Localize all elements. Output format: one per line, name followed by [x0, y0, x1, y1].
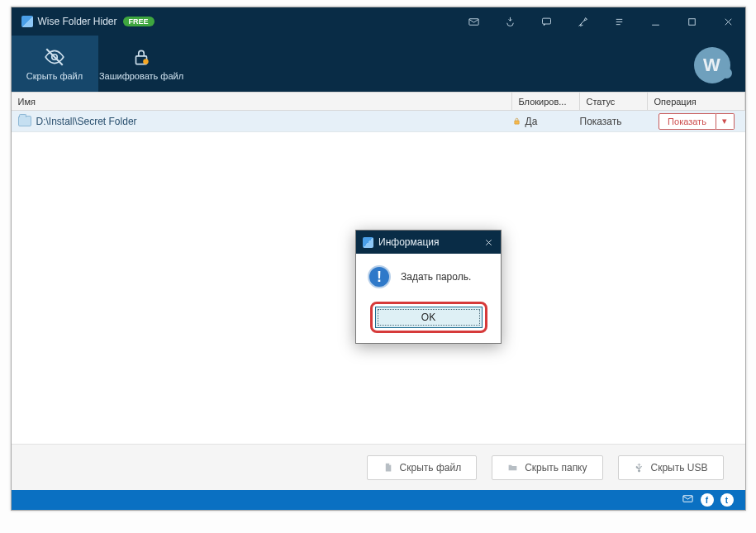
brand-logo: W — [694, 47, 730, 83]
hide-usb-label: Скрыть USB — [651, 462, 708, 474]
ok-button[interactable]: OK — [375, 307, 483, 328]
dialog-title: Информация — [378, 236, 439, 248]
row-path-cell: D:\Install\Secret Folder — [12, 116, 512, 127]
app-icon — [21, 16, 33, 27]
footer-actions: Скрыть файл Скрыть папку Скрыть USB — [12, 444, 745, 490]
row-lock: Да — [525, 116, 538, 127]
hide-file-label: Скрыть файл — [400, 462, 462, 474]
dialog-message: Задать пароль. — [401, 271, 471, 283]
info-dialog: Информация ! Задать пароль. OK — [355, 230, 502, 344]
dialog-titlebar: Информация — [356, 231, 501, 254]
lock-icon — [131, 46, 152, 68]
col-name[interactable]: Имя — [12, 93, 512, 110]
twitter-icon[interactable]: t — [720, 493, 734, 507]
hide-folder-label: Скрыть папку — [525, 462, 587, 474]
tab-hide-file[interactable]: Скрыть файл — [12, 36, 98, 92]
tab-hide-file-label: Скрыть файл — [26, 71, 83, 81]
svg-rect-6 — [514, 121, 519, 124]
close-button[interactable] — [720, 13, 737, 30]
mail-icon[interactable] — [466, 13, 483, 30]
settings-icon[interactable] — [575, 13, 592, 30]
dialog-footer: OK — [356, 295, 501, 343]
free-badge: FREE — [123, 17, 155, 26]
folder-icon — [18, 116, 31, 126]
usb-icon — [634, 462, 644, 473]
minimize-button[interactable] — [648, 13, 664, 30]
svg-rect-8 — [682, 495, 692, 502]
table-row[interactable]: D:\Install\Secret Folder Да Показать Пок… — [12, 111, 745, 132]
ok-highlight: OK — [370, 302, 487, 333]
file-icon — [383, 462, 393, 473]
menu-icon[interactable] — [611, 13, 628, 30]
hide-folder-button[interactable]: Скрыть папку — [492, 455, 602, 480]
info-icon: ! — [368, 265, 391, 288]
dialog-close-button[interactable] — [476, 231, 501, 254]
dialog-app-icon — [363, 237, 373, 248]
tab-encrypt-file[interactable]: Зашифровать файл — [98, 36, 185, 92]
row-operation-cell: Показать ▾ — [648, 113, 745, 130]
hide-file-button[interactable]: Скрыть файл — [367, 455, 478, 480]
tab-encrypt-file-label: Зашифровать файл — [99, 71, 183, 81]
hide-usb-button[interactable]: Скрыть USB — [618, 455, 724, 480]
row-path: D:\Install\Secret Folder — [36, 116, 137, 127]
row-operation-button[interactable]: Показать — [659, 113, 716, 130]
table-header: Имя Блокиров... Статус Операция — [12, 92, 745, 111]
col-lock[interactable]: Блокиров... — [512, 93, 580, 110]
app-title: Wise Folder Hider — [38, 16, 117, 27]
facebook-icon[interactable]: f — [701, 493, 714, 507]
svg-point-5 — [143, 59, 149, 64]
row-operation-dropdown[interactable]: ▾ — [716, 113, 735, 130]
newsletter-icon[interactable] — [682, 493, 694, 508]
row-lock-cell: Да — [512, 116, 580, 127]
system-icons — [466, 13, 745, 30]
maximize-button[interactable] — [684, 13, 701, 30]
main-toolbar: Скрыть файл Зашифровать файл W — [12, 36, 745, 92]
svg-point-7 — [638, 470, 640, 472]
feedback-icon[interactable] — [539, 13, 555, 30]
col-operation[interactable]: Операция — [648, 93, 745, 110]
update-icon[interactable] — [502, 13, 519, 30]
titlebar: Wise Folder Hider FREE — [12, 7, 745, 36]
svg-rect-1 — [543, 18, 551, 24]
bottom-bar: f t — [12, 490, 745, 510]
svg-rect-0 — [469, 18, 478, 25]
col-status[interactable]: Статус — [580, 93, 648, 110]
row-status: Показать — [580, 116, 648, 127]
svg-rect-2 — [689, 18, 696, 25]
lock-small-icon — [512, 117, 521, 126]
eye-slash-icon — [44, 46, 65, 68]
folder-action-icon — [507, 462, 518, 473]
dialog-body: ! Задать пароль. — [356, 254, 501, 295]
